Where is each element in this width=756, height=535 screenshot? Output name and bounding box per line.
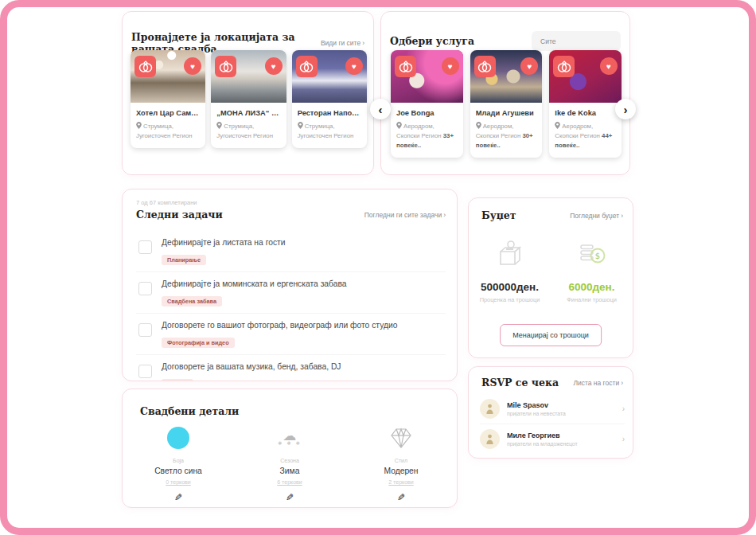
detail-value: Модерен: [345, 467, 457, 475]
detail-category: Сезона: [234, 458, 345, 463]
guest-group: пријатели на невестата: [507, 411, 619, 416]
chevron-right-icon: ›: [624, 103, 628, 116]
task-category-tag: Музика: [162, 379, 193, 381]
guest-row[interactable]: Mile Spasov пријатели на невестата ›: [480, 394, 625, 424]
wedding-rings-icon: [553, 56, 575, 77]
service-card[interactable]: ♥ Млади Агушеви Аеродром, Скопски Регион…: [470, 50, 543, 158]
service-photo: ♥: [549, 50, 622, 103]
guest-row[interactable]: Миле Георгиев пријатели на младоженецот …: [480, 424, 625, 454]
task-checkbox[interactable]: [138, 365, 152, 378]
task-row: Договорете го вашиот фотограф, видеограф…: [136, 314, 446, 355]
service-filter-select[interactable]: Сите: [532, 31, 621, 51]
carousel-prev-button[interactable]: ‹: [370, 99, 391, 119]
service-name: Млади Агушеви: [476, 109, 537, 117]
tasks-title: Следни задачи: [136, 209, 223, 221]
venue-location: Струмица, Југоисточен Регион: [136, 123, 193, 139]
venue-photo: ♥: [131, 50, 205, 103]
venue-name: „МОНА ЛИЗА“ – Р...: [216, 109, 280, 117]
wedding-rings-icon: [395, 56, 416, 77]
service-location: Аеродром, Скопски Регион: [555, 123, 600, 139]
person-icon: [485, 434, 494, 444]
guest-list-link[interactable]: Листа на гости›: [573, 379, 623, 387]
venue-photo: ♥: [211, 50, 286, 103]
location-pin-icon: [396, 122, 402, 129]
favorite-heart-icon[interactable]: ♥: [345, 57, 363, 75]
favorite-heart-icon[interactable]: ♥: [520, 57, 538, 75]
service-location: Аеродром, Скопски Регион: [476, 123, 521, 139]
coins-icon: $: [551, 236, 633, 271]
budget-estimate-amount: 500000ден.: [469, 281, 551, 293]
wedding-rings-icon: [296, 56, 318, 77]
snow-cloud-icon: ☁ ❄ ❄ ❄: [278, 429, 302, 447]
diamond-icon: [345, 423, 457, 453]
location-pin-icon: [298, 122, 303, 129]
service-name: Joe Bonga: [396, 109, 458, 117]
task-checkbox[interactable]: [138, 240, 152, 254]
task-title: Дефинирајте ја моминската и ергенската з…: [162, 279, 347, 288]
task-title: Дефинирајте ја листата на гости: [162, 238, 286, 247]
venue-location: Струмица, Југоисточен Регион: [216, 123, 273, 139]
detail-meta: 2 теркови: [345, 479, 457, 485]
task-checkbox[interactable]: [138, 282, 152, 295]
manage-expenses-button[interactable]: Менаџирај со трошоци: [500, 324, 602, 346]
task-row: Договорете ја вашата музика, бенд, забав…: [136, 355, 446, 381]
guest-name: Mile Spasov: [507, 401, 619, 409]
location-pin-icon: [476, 122, 481, 129]
budget-view-link[interactable]: Погледни буџет›: [570, 212, 623, 220]
carousel-next-button[interactable]: ›: [615, 99, 636, 119]
wedding-details-section: Свадбени детали Боја Светло сина 0 терко…: [122, 389, 458, 508]
favorite-heart-icon[interactable]: ♥: [184, 57, 201, 75]
budget-section: Буџет Погледни буџет› 500000ден. Проценк: [468, 197, 633, 358]
service-photo: ♥: [470, 50, 543, 103]
detail-value: Зима: [234, 467, 345, 475]
guest-name: Миле Георгиев: [507, 432, 619, 439]
task-category-tag: Фотографија и видео: [162, 338, 235, 348]
service-card[interactable]: ♥ Ike de Koka Аеродром, Скопски Регион 4…: [549, 50, 622, 158]
chevron-right-icon: ›: [622, 404, 625, 413]
guest-group: пријатели на младоженецот: [507, 441, 619, 447]
venue-card[interactable]: ♥ Хотел Цар Самуил Струмица, Југоисточен…: [131, 50, 205, 148]
chevron-right-icon: ›: [621, 379, 623, 387]
venue-photo: ♥: [292, 50, 367, 103]
venues-section: Пронајдете ја локацијата за вашата свадб…: [122, 11, 374, 175]
rsvp-title: RSVP се чека: [481, 377, 559, 389]
services-section: Одбери услуга Сите ♥ Joe Bonga Аеродром,…: [380, 11, 630, 175]
task-row: Дефинирајте ја моминската и ергенската з…: [136, 272, 446, 314]
chevron-right-icon: ›: [622, 435, 625, 443]
favorite-heart-icon[interactable]: ♥: [600, 57, 618, 75]
task-category-tag: Планирање: [162, 255, 206, 265]
wedding-rings-icon: [474, 56, 496, 77]
rsvp-section: RSVP се чека Листа на гости› Mile Spasov…: [468, 366, 633, 459]
chevron-right-icon: ›: [443, 211, 446, 219]
location-pin-icon: [216, 122, 222, 129]
detail-category: Стил: [345, 458, 457, 463]
detail-value: Светло сина: [123, 467, 234, 475]
task-checkbox[interactable]: [138, 323, 152, 337]
chevron-right-icon: ›: [362, 39, 364, 47]
detail-category: Боја: [123, 458, 234, 463]
venue-name: Ресторан Наполеон: [298, 109, 361, 117]
edit-pencil-icon[interactable]: ✎: [174, 492, 182, 503]
service-name: Ike de Koka: [555, 109, 616, 117]
services-title: Одбери услуга: [390, 35, 474, 47]
budget-final-label: Финални трошоци: [551, 296, 633, 303]
person-icon: [485, 404, 494, 414]
task-row: Дефинирајте ја листата на гости Планирањ…: [136, 231, 446, 272]
venues-see-all-link[interactable]: Види ги сите›: [321, 39, 364, 47]
guest-avatar: [480, 399, 500, 419]
tasks-see-all-link[interactable]: Погледни ги сите задачи›: [364, 211, 446, 219]
venue-card[interactable]: ♥ Ресторан Наполеон Струмица, Југоисточе…: [292, 50, 367, 148]
edit-pencil-icon[interactable]: ✎: [286, 492, 294, 503]
service-card[interactable]: ♥ Joe Bonga Аеродром, Скопски Регион 33+…: [391, 50, 463, 158]
guest-avatar: [480, 429, 500, 449]
detail-meta: 0 теркови: [123, 479, 234, 485]
tasks-progress: 7 од 67 комплетирани: [136, 199, 197, 206]
edit-pencil-icon[interactable]: ✎: [397, 492, 405, 503]
venue-name: Хотел Цар Самуил: [136, 109, 200, 117]
favorite-heart-icon[interactable]: ♥: [442, 57, 459, 75]
budget-title: Буџет: [481, 209, 516, 221]
chevron-right-icon: ›: [621, 212, 623, 220]
venue-card[interactable]: ♥ „МОНА ЛИЗА“ – Р... Струмица, Југоисточ…: [211, 50, 286, 148]
favorite-heart-icon[interactable]: ♥: [265, 57, 283, 75]
color-swatch-icon: [167, 427, 189, 449]
